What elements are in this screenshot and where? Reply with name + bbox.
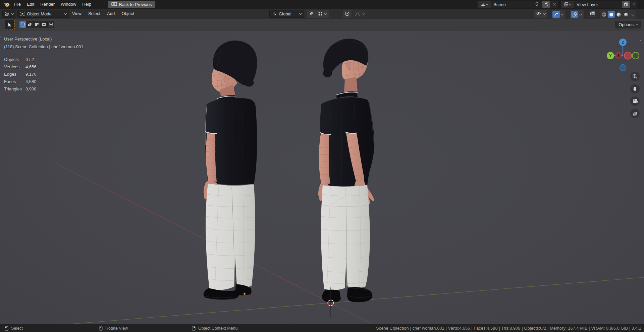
move-view-button[interactable] [630, 84, 640, 93]
mouse-right-icon [192, 326, 196, 331]
view-perspective-label: User Perspective (Local) [4, 36, 84, 43]
select-mode-new[interactable] [19, 21, 26, 28]
shading-mode-group [600, 10, 636, 19]
blender-logo-icon[interactable] [3, 1, 10, 7]
viewport-stats-overlay: User Perspective (Local) (118) Scene Col… [4, 36, 84, 93]
stat-row: Edges9,170 [4, 71, 84, 78]
mode-dropdown[interactable]: Object Mode [17, 10, 69, 18]
scene-name-field[interactable]: Scene [491, 1, 544, 8]
new-view-layer-button[interactable] [622, 1, 630, 8]
arm [206, 133, 217, 182]
svg-text:X: X [618, 54, 620, 57]
pin-icon[interactable] [534, 2, 539, 7]
toolbar-region-toggle[interactable]: › [0, 34, 2, 39]
viewport-header: Object Mode View Select Add Object Globa… [0, 9, 644, 19]
cursor-arrow-icon [7, 22, 12, 27]
shading-solid-button[interactable] [608, 11, 615, 18]
gizmo-axis-y-neg[interactable] [632, 52, 639, 59]
xray-toggle[interactable] [589, 10, 596, 17]
camera-view-button[interactable] [630, 96, 640, 106]
show-overlays-toggle[interactable] [571, 11, 578, 18]
stat-row: Objects0 / 2 [4, 56, 84, 63]
chef-model-left[interactable] [204, 41, 257, 300]
overlays-dropdown[interactable] [579, 12, 582, 15]
mouse-middle-icon [99, 326, 103, 331]
view-layer-browse-button[interactable] [561, 1, 574, 8]
menu-edit[interactable]: Edit [24, 0, 37, 9]
select-mode-invert[interactable] [41, 21, 48, 28]
shading-dropdown[interactable] [632, 13, 634, 16]
options-dropdown[interactable]: Options [615, 21, 641, 28]
proportional-editing-toggle[interactable] [343, 10, 352, 18]
close-icon [553, 3, 556, 6]
transform-orientation-dropdown[interactable]: Global [269, 10, 304, 18]
menu-add[interactable]: Add [104, 9, 118, 19]
keymap-context-menu: Object Context Menu [192, 324, 237, 332]
editor-type-button[interactable] [2, 10, 15, 18]
select-mode-intersect[interactable] [48, 21, 54, 28]
gizmo-dropdown[interactable] [561, 12, 564, 15]
scene-canvas [0, 31, 644, 324]
orientation-label: Global [279, 11, 298, 16]
active-tool-select-box[interactable] [5, 20, 15, 30]
gizmo-axis-z-neg[interactable] [620, 65, 626, 71]
magnifier-plus-icon [632, 74, 638, 79]
stat-row: Triangles8,908 [4, 85, 84, 93]
scene-icon [480, 2, 485, 7]
snap-group [307, 10, 329, 18]
status-bar: Select Rotate View Object Context Menu S… [0, 324, 644, 332]
select-mode-subtract[interactable] [34, 21, 41, 28]
zoom-view-button[interactable] [630, 72, 640, 81]
grid-perspective-icon [632, 111, 638, 116]
view-layer-name-field[interactable]: View Layer [574, 1, 624, 8]
screen-back-icon [111, 2, 117, 7]
chef-model-right[interactable] [318, 39, 374, 303]
view-layer-name: View Layer [577, 2, 598, 7]
tool-settings-bar: Options [0, 19, 644, 31]
menu-select[interactable]: Select [85, 9, 104, 19]
camera-icon [632, 98, 638, 104]
show-gizmo-toggle[interactable] [552, 11, 560, 18]
eye-icon [536, 11, 541, 16]
arm [319, 134, 330, 184]
pants [321, 185, 370, 290]
shading-wireframe-button[interactable] [600, 11, 607, 18]
menu-view[interactable]: View [69, 9, 85, 19]
toggle-perspective-button[interactable] [630, 109, 640, 118]
editor-3d-viewport-icon [4, 11, 9, 16]
menu-file[interactable]: File [11, 0, 24, 9]
unlink-scene-button[interactable] [551, 1, 558, 8]
stat-row: Faces4,580 [4, 78, 84, 85]
snap-magnet-toggle[interactable] [308, 11, 314, 16]
remove-view-layer-button[interactable] [631, 1, 637, 8]
overlays-group [570, 10, 584, 19]
shoe [347, 287, 372, 302]
svg-text:Z: Z [622, 40, 624, 44]
menu-render[interactable]: Render [37, 0, 58, 9]
select-mode-extend[interactable] [26, 21, 34, 28]
keymap-rotate-view: Rotate View [99, 324, 128, 332]
navigation-gizmo[interactable]: X Z Y [604, 34, 641, 71]
menu-object[interactable]: Object [118, 9, 138, 19]
gizmo-group [552, 10, 565, 19]
close-icon [632, 3, 636, 6]
scene-name: Scene [493, 2, 506, 7]
menu-window[interactable]: Window [58, 0, 79, 9]
gizmo-axis-x-pos[interactable] [624, 52, 632, 59]
stat-row: Vertices4,656 [4, 63, 84, 71]
snap-settings-dropdown[interactable] [318, 11, 328, 16]
new-scene-button[interactable] [542, 1, 550, 8]
viewport-3d[interactable]: User Perspective (Local) (118) Scene Col… [0, 31, 644, 324]
menu-help[interactable]: Help [79, 0, 94, 9]
shading-rendered-button[interactable] [623, 11, 630, 18]
object-visibility-dropdown[interactable] [534, 10, 547, 18]
view-layer-icon [564, 2, 569, 7]
proportional-falloff-dropdown[interactable] [353, 10, 366, 18]
options-label: Options [619, 22, 634, 27]
scene-browse-button[interactable] [478, 1, 491, 8]
shading-material-button[interactable] [615, 11, 622, 18]
status-info-text: Scene Collection | chef woman.001 | Vert… [376, 324, 641, 332]
hand-icon [632, 86, 638, 91]
back-to-previous-button[interactable]: Back to Previous [108, 1, 155, 8]
context-path-label: (118) Scene Collection | chef woman.001 [4, 43, 84, 51]
